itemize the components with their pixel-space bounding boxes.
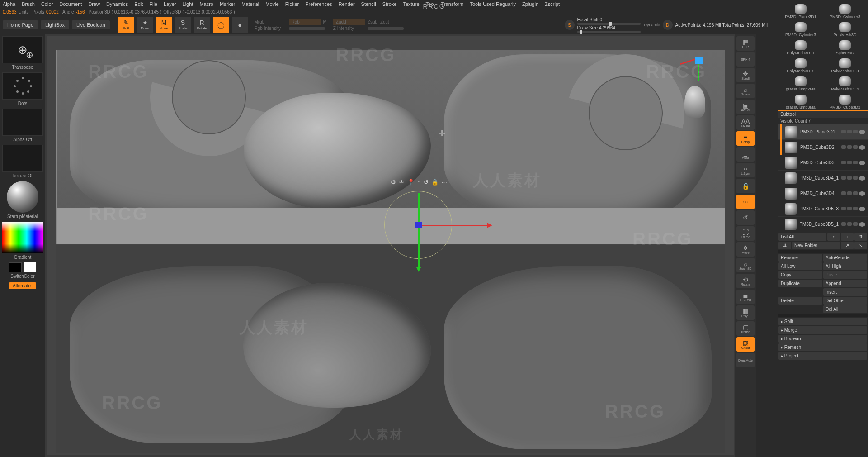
menu-preferences[interactable]: Preferences [305, 1, 332, 7]
rstrip-btn9[interactable]: 🔒 [736, 179, 755, 193]
tool-thumb[interactable]: PolyMesh3D_2 [778, 55, 823, 73]
tool-thumb[interactable]: grassClump2Ma [778, 73, 823, 91]
rstrip-spix-4[interactable]: SPix 4 [736, 52, 755, 67]
focal-shift-slider[interactable] [577, 23, 641, 25]
z-intensity-slider[interactable] [368, 27, 404, 30]
zcut-toggle[interactable]: Zcut [380, 19, 389, 24]
split-button[interactable]: ▸ Split [778, 318, 867, 325]
more-icon[interactable]: ⋯ [441, 179, 447, 186]
tool-thumb[interactable]: PM3D_Cube3D2 [823, 91, 867, 109]
menu-movie[interactable]: Movie [265, 1, 278, 7]
delother-button[interactable]: Del Other [823, 297, 867, 305]
subtool-row[interactable]: PM3D_Cube3D5_3 [778, 201, 868, 217]
rstrip-l-sym[interactable]: ↔L.Sym [736, 163, 755, 177]
menu-material[interactable]: Material [241, 1, 259, 7]
merge-button[interactable]: ▸ Merge [778, 326, 867, 334]
edit-mode-button[interactable]: ✎Edit [118, 17, 134, 33]
d-circle-button[interactable]: D [663, 20, 673, 30]
material-slot[interactable] [2, 181, 43, 213]
menu-file[interactable]: File [149, 1, 157, 7]
reset-icon[interactable]: ↺ [424, 179, 429, 186]
rstrip-actual[interactable]: ▣Actual [736, 100, 755, 114]
tool-thumb[interactable]: PolyMesh3D_1 [778, 37, 823, 55]
menu-macro[interactable]: Macro [199, 1, 213, 7]
subtool-row[interactable]: PM3D_Cube3D4 [778, 186, 868, 201]
autoreorder-button[interactable]: AutoReorder [823, 254, 867, 262]
menu-zplugin[interactable]: Zplugin [522, 1, 538, 7]
remesh-button[interactable]: ▸ Remesh [778, 343, 867, 351]
live-boolean-button[interactable]: Live Boolean [72, 20, 110, 29]
rstrip-floor[interactable]: _Floor [736, 147, 755, 162]
alllow-button[interactable]: All Low [778, 262, 822, 270]
boolean-button[interactable]: ▸ Boolean [778, 335, 867, 343]
tool-thumb[interactable]: PM3D_Plane3D1 [778, 1, 823, 19]
home-button[interactable]: Home Page [3, 20, 38, 29]
menu-picker[interactable]: Picker [285, 1, 299, 7]
menu-edit[interactable]: Edit [134, 1, 143, 7]
move-mode-button[interactable]: MMove [156, 17, 172, 33]
rstrip-dynamute[interactable]: DynaMute [736, 353, 755, 367]
menu-texture[interactable]: Texture [403, 1, 419, 7]
tool-thumb[interactable]: PolyMesh3D_4 [823, 73, 867, 91]
tool-thumb[interactable]: PM3D_Cylinder3 [778, 19, 823, 37]
gear-icon[interactable]: ⚙ [391, 179, 396, 186]
rstrip-btn11[interactable]: ↺ [736, 210, 755, 225]
rstrip-transp[interactable]: ▢Transp [736, 321, 755, 336]
move-up-button[interactable]: ↑ [827, 233, 840, 241]
subtool-row[interactable]: PM3D_Cube3D5_1 [778, 217, 868, 232]
menu-stencil[interactable]: Stencil [361, 1, 376, 7]
lock-icon[interactable]: 🔒 [431, 179, 439, 186]
lightbox-button[interactable]: LightBox [41, 20, 69, 29]
tool-thumb[interactable]: Sphere3D [823, 37, 867, 55]
subtool-row[interactable]: PM3D_Cube3D4_1 [778, 171, 868, 186]
gizmo-button[interactable]: ◯ [213, 17, 229, 33]
append-button[interactable]: Append [823, 280, 867, 287]
rstrip-frame[interactable]: ⛶Frame [736, 226, 755, 241]
texture-slot[interactable] [2, 145, 43, 172]
switchcolor-label[interactable]: SwitchColor [10, 274, 34, 279]
insert-button[interactable]: Insert [823, 288, 867, 296]
zadd-toggle[interactable]: Zadd [333, 19, 365, 25]
rstrip-scroll[interactable]: ✥Scroll [736, 68, 755, 82]
scale-mode-button[interactable]: SScale [175, 17, 191, 33]
alternate-button[interactable]: Alternate [9, 282, 36, 289]
rstrip-xyz[interactable]: XYZ [736, 195, 755, 209]
menu-document[interactable]: Document [59, 1, 82, 7]
move-top-button[interactable]: ⇈ [854, 233, 867, 241]
rgb-toggle[interactable]: Rgb [289, 19, 321, 25]
color-picker[interactable] [2, 222, 43, 253]
delete-button[interactable]: Delete [778, 297, 822, 305]
duplicate-button[interactable]: Duplicate [778, 280, 822, 287]
rstrip-line-fill[interactable]: ≣Line Fill [736, 290, 755, 304]
rstrip-aahalf[interactable]: AAAAHalf [736, 115, 755, 130]
copy-button[interactable]: Copy [778, 271, 822, 279]
paste-button[interactable]: Paste [823, 271, 867, 279]
rstrip-rotate[interactable]: ⟲Rotate [736, 274, 755, 288]
rotate-mode-button[interactable]: RRotate [194, 17, 210, 33]
menu-tools-used[interactable]: Tools Used Reguarly [470, 1, 516, 7]
menu-marker[interactable]: Marker [220, 1, 235, 7]
subtool-row[interactable]: PM3D_Cube3D3 [778, 155, 868, 171]
alpha-slot[interactable] [2, 109, 43, 136]
project-button[interactable]: ▸ Project [778, 352, 867, 360]
menu-light[interactable]: Light [183, 1, 193, 7]
allhigh-button[interactable]: All High [823, 262, 867, 270]
zsub-toggle[interactable]: Zsub [368, 19, 377, 24]
rstrip-ghost[interactable]: ▨Ghost [736, 337, 755, 352]
rstrip-move[interactable]: ✥Move [736, 242, 755, 257]
menu-render[interactable]: Render [339, 1, 355, 7]
rgb-intensity-slider[interactable] [289, 27, 325, 30]
eye-icon[interactable] [859, 176, 865, 181]
menu-brush[interactable]: Brush [22, 1, 35, 7]
rstrip-persp[interactable]: ≡Persp [736, 131, 755, 146]
folder-up-button[interactable]: ↗ [841, 242, 854, 249]
subtool-row[interactable]: PM3D_Cube3D2 [778, 140, 868, 155]
folder-down-button[interactable]: ↘ [854, 242, 867, 249]
camera-bust-icon[interactable] [684, 86, 705, 118]
tool-thumb[interactable]: grassClump3Ma [778, 91, 823, 109]
rstrip-zoom[interactable]: ⌕Zoom [736, 84, 755, 98]
move-down-button[interactable]: ↓ [841, 233, 854, 241]
tool-thumb[interactable]: PolyMesh3D [823, 19, 867, 37]
eye-icon[interactable] [859, 145, 865, 150]
newfolder-button[interactable]: New Folder [792, 242, 840, 249]
